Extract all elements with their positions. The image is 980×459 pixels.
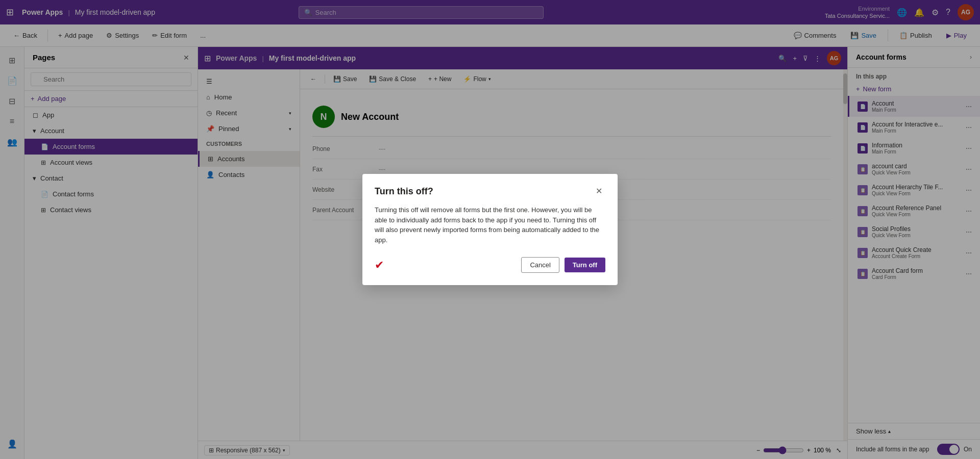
- checkmark-icon: ✔: [375, 259, 384, 272]
- turn-off-dialog: Turn this off? ✕ Turning this off will r…: [362, 174, 618, 285]
- dialog-overlay: Turn this off? ✕ Turning this off will r…: [0, 0, 980, 459]
- dialog-body: Turning this off will remove all forms b…: [375, 205, 605, 245]
- dialog-footer: ✔ Cancel Turn off: [375, 257, 605, 273]
- dialog-header: Turn this off? ✕: [375, 186, 605, 197]
- dialog-title: Turn this off?: [375, 186, 433, 197]
- cancel-button[interactable]: Cancel: [521, 257, 559, 273]
- dialog-close-button[interactable]: ✕: [593, 186, 605, 196]
- turn-off-confirm-button[interactable]: Turn off: [565, 258, 605, 272]
